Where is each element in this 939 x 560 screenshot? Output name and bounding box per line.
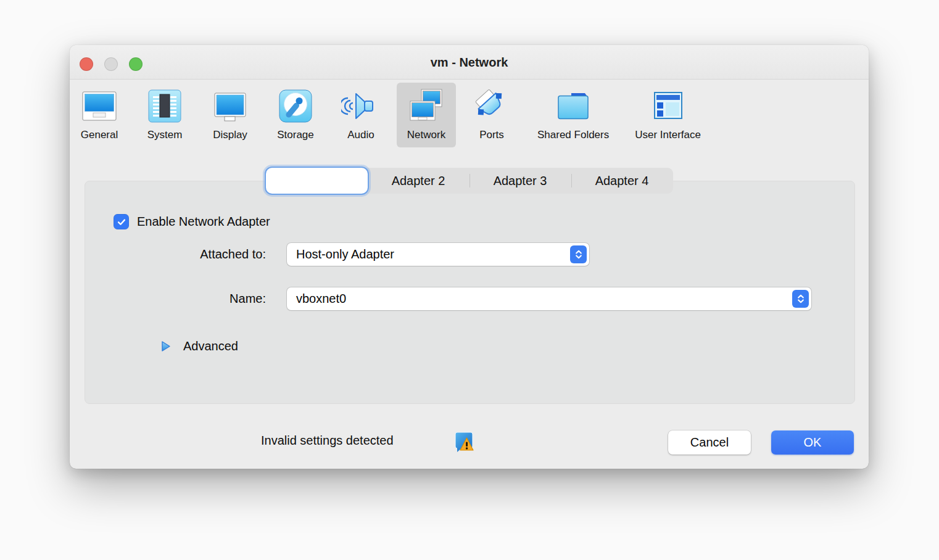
- toolbar-item-label: Audio: [347, 129, 374, 141]
- title-bar[interactable]: vm - Network: [70, 45, 869, 80]
- shared-folders-icon: [553, 86, 593, 126]
- enable-adapter-row: Enable Network Adapter: [114, 214, 270, 229]
- name-select[interactable]: vboxnet0: [287, 287, 811, 310]
- toolbar-item-ports[interactable]: Ports: [462, 83, 521, 147]
- toolbar-item-label: User Interface: [635, 129, 701, 141]
- settings-window: vm - Network General: [70, 45, 869, 469]
- toolbar-item-user-interface[interactable]: User Interface: [625, 83, 711, 147]
- warning-icon[interactable]: [453, 431, 474, 453]
- toolbar-item-general[interactable]: General: [70, 83, 129, 147]
- enable-network-adapter-label: Enable Network Adapter: [137, 215, 270, 229]
- toolbar-item-display[interactable]: Display: [201, 83, 260, 147]
- adapter-tab-bar: Adapter 2 Adapter 3 Adapter 4: [266, 168, 673, 194]
- toolbar-item-label: General: [81, 129, 118, 141]
- network-monitors-icon: [407, 86, 446, 126]
- advanced-disclosure[interactable]: Advanced: [161, 339, 238, 353]
- toolbar-item-storage[interactable]: Storage: [266, 83, 325, 147]
- toolbar-item-system[interactable]: System: [135, 83, 194, 147]
- window-title: vm - Network: [70, 45, 869, 80]
- attached-to-label: Attached to:: [85, 247, 266, 261]
- toolbar-item-label: Shared Folders: [537, 129, 609, 141]
- toolbar-item-label: System: [147, 129, 183, 141]
- toolbar-item-shared-folders[interactable]: Shared Folders: [527, 83, 619, 147]
- name-row: Name: vboxnet0: [85, 287, 854, 310]
- settings-toolbar: General System: [70, 80, 869, 154]
- attached-to-row: Attached to: Host-only Adapter: [85, 243, 854, 266]
- toolbar-item-label: Network: [407, 129, 445, 141]
- advanced-label: Advanced: [183, 339, 238, 353]
- attached-to-value: Host-only Adapter: [296, 247, 394, 261]
- toolbar-item-label: Display: [213, 129, 247, 141]
- tab-adapter-3[interactable]: Adapter 3: [470, 168, 571, 194]
- name-label: Name:: [85, 292, 266, 306]
- attached-to-select[interactable]: Host-only Adapter: [287, 243, 589, 266]
- desktop-background: vm - Network General: [0, 0, 939, 560]
- tab-adapter-1[interactable]: [266, 168, 368, 194]
- system-chip-icon: [145, 86, 184, 126]
- display-monitor-icon: [210, 86, 250, 126]
- general-monitor-icon: [80, 86, 119, 126]
- ok-button[interactable]: OK: [771, 430, 854, 455]
- toolbar-item-label: Storage: [277, 129, 314, 141]
- checkmark-icon: [116, 216, 127, 228]
- status-message: Invalid settings detected: [261, 434, 394, 448]
- disclosure-triangle-icon: [161, 340, 171, 352]
- tab-adapter-2[interactable]: Adapter 2: [368, 168, 470, 194]
- toolbar-item-label: Ports: [479, 129, 504, 141]
- name-value: vboxnet0: [296, 292, 346, 306]
- chevron-up-down-icon: [570, 245, 587, 263]
- toolbar-item-audio[interactable]: Audio: [331, 83, 391, 147]
- audio-speaker-icon: [341, 86, 381, 126]
- storage-disk-icon: [276, 86, 315, 126]
- chevron-up-down-icon: [792, 290, 809, 308]
- adapter-settings-panel: Enable Network Adapter Attached to: Host…: [85, 181, 855, 404]
- ports-connector-icon: [472, 86, 511, 126]
- cancel-button[interactable]: Cancel: [668, 430, 751, 455]
- toolbar-item-network[interactable]: Network: [397, 83, 456, 147]
- tab-adapter-4[interactable]: Adapter 4: [571, 168, 673, 194]
- enable-network-adapter-checkbox[interactable]: [114, 214, 129, 229]
- user-interface-icon: [648, 86, 688, 126]
